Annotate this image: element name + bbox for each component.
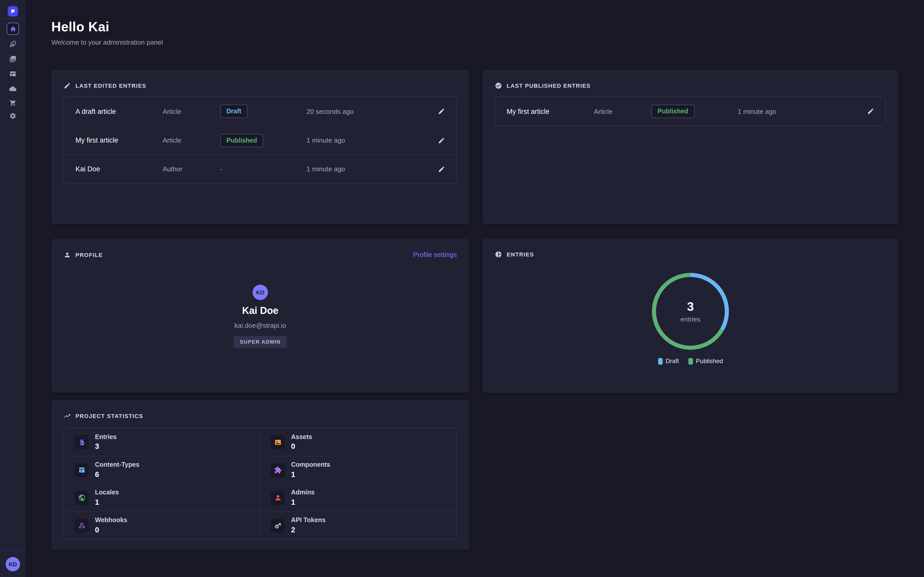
panel-last-published-header: LAST PUBLISHED ENTRIES	[483, 70, 898, 89]
role-badge: SUPER ADMIN	[234, 336, 287, 348]
sidebar: KD	[0, 0, 26, 577]
legend-swatch-draft	[658, 358, 662, 364]
panel-project-statistics: PROJECT STATISTICS Entries3 Assets0	[51, 400, 469, 550]
profile-body: KD Kai Doe kai.doe@strapi.io SUPER ADMIN	[51, 285, 469, 348]
chart-legend: Draft Published	[483, 358, 898, 365]
panel-title: LAST PUBLISHED ENTRIES	[507, 82, 591, 89]
legend-label: Published	[696, 358, 723, 365]
entry-time: 1 minute ago	[307, 137, 422, 144]
feather-icon	[9, 40, 16, 48]
images-icon	[9, 55, 16, 63]
status-badge: Published	[651, 105, 694, 118]
sidebar-item-content-type-builder[interactable]	[9, 70, 16, 77]
home-icon	[10, 26, 16, 32]
sidebar-user-avatar[interactable]: KD	[6, 557, 20, 571]
stats-table: Entries3 Assets0 Content-Types6	[64, 428, 457, 540]
check-circle-icon	[495, 82, 502, 89]
picture-icon	[271, 435, 285, 449]
stat-value: 1	[95, 498, 119, 506]
donut-sublabel: entries	[680, 316, 700, 323]
panel-stats-header: PROJECT STATISTICS	[51, 400, 469, 419]
panel-entries-header: ENTRIES	[483, 239, 898, 258]
stat-value: 3	[95, 442, 117, 451]
stat-label: Entries	[95, 434, 117, 441]
stat-value: 1	[291, 470, 330, 479]
edit-icon[interactable]	[438, 137, 445, 144]
sidebar-item-media-library[interactable]	[9, 55, 16, 63]
sidebar-item-content-manager[interactable]	[9, 40, 16, 48]
stat-webhooks: Webhooks0	[64, 511, 260, 539]
puzzle-icon	[271, 463, 285, 477]
status-badge: Published	[220, 134, 263, 147]
legend-item-published: Published	[688, 358, 723, 365]
last-published-table: My first article Article Published 1 min…	[495, 97, 886, 126]
edit-icon[interactable]	[867, 108, 874, 115]
pencil-icon	[64, 82, 71, 89]
documents-icon	[74, 435, 89, 449]
legend-label: Draft	[666, 358, 679, 365]
profile-name: Kai Doe	[51, 305, 469, 316]
stat-entries: Entries3	[64, 428, 260, 456]
entry-name: My first article	[507, 108, 594, 115]
layout-icon	[9, 70, 16, 77]
pie-chart-icon	[495, 251, 502, 258]
sidebar-item-settings[interactable]	[9, 112, 16, 119]
entry-kind: Article	[163, 137, 220, 144]
table-row[interactable]: Kai Doe Author - 1 minute ago	[64, 155, 456, 183]
panel-profile: PROFILE Profile settings KD Kai Doe kai.…	[51, 239, 469, 393]
edit-icon[interactable]	[438, 108, 445, 115]
entries-donut-wrap: 3 entries	[483, 273, 898, 350]
stat-value: 2	[291, 526, 325, 534]
sidebar-divider	[0, 18, 26, 19]
panel-entries: ENTRIES 3 entries Draft Published	[483, 239, 898, 393]
stat-locales: Locales1	[64, 484, 260, 511]
stat-components: Components1	[260, 456, 456, 484]
stat-value: 1	[291, 498, 315, 506]
stat-label: Locales	[95, 489, 119, 496]
avatar: KD	[252, 285, 268, 300]
user-icon	[271, 491, 285, 505]
panel-last-edited-entries: LAST EDITED ENTRIES A draft article Arti…	[51, 70, 469, 224]
entry-time: 1 minute ago	[307, 165, 422, 173]
strapi-dashboard: KD Hello Kai Welcome to your administrat…	[0, 0, 924, 577]
entry-time: 1 minute ago	[738, 108, 851, 115]
strapi-logo[interactable]	[8, 6, 18, 16]
stat-label: Components	[291, 462, 330, 469]
last-edited-table: A draft article Article Draft 20 seconds…	[64, 97, 457, 184]
table-row[interactable]: A draft article Article Draft 20 seconds…	[64, 97, 456, 126]
stat-label: Assets	[291, 434, 312, 441]
strapi-logo-icon	[10, 8, 16, 15]
legend-item-draft: Draft	[658, 358, 679, 365]
donut-center: 3 entries	[652, 273, 729, 350]
key-icon	[271, 518, 285, 533]
status-badge: Draft	[220, 105, 247, 118]
donut-total: 3	[687, 300, 694, 314]
sidebar-item-marketplace[interactable]	[9, 100, 16, 107]
table-row[interactable]: My first article Article Published 1 min…	[495, 97, 885, 126]
trending-up-icon	[64, 413, 71, 419]
cart-icon	[9, 100, 16, 107]
globe-icon	[74, 491, 89, 505]
stat-label: Content-Types	[95, 462, 139, 469]
stat-value: 0	[95, 526, 127, 534]
profile-settings-link[interactable]: Profile settings	[413, 251, 457, 258]
table-row[interactable]: My first article Article Published 1 min…	[64, 126, 456, 155]
main-content: Hello Kai Welcome to your administration…	[26, 0, 924, 577]
stat-label: Admins	[291, 489, 315, 496]
entry-time: 20 seconds ago	[307, 108, 422, 115]
sidebar-item-home[interactable]	[6, 23, 19, 35]
sidebar-item-deploy[interactable]	[9, 85, 16, 92]
panel-last-edited-header: LAST EDITED ENTRIES	[51, 70, 469, 89]
entry-name: My first article	[76, 137, 163, 144]
entry-kind: Article	[594, 108, 651, 115]
legend-swatch-published	[688, 358, 693, 364]
stat-value: 0	[291, 442, 312, 451]
layout-icon	[74, 463, 89, 477]
entry-name: Kai Doe	[76, 165, 163, 173]
panel-last-published-entries: LAST PUBLISHED ENTRIES My first article …	[483, 70, 898, 224]
edit-icon[interactable]	[438, 165, 445, 172]
profile-email: kai.doe@strapi.io	[51, 322, 469, 329]
entry-kind: Article	[163, 108, 220, 115]
panel-title: PROJECT STATISTICS	[76, 413, 143, 419]
entry-kind: Author	[163, 165, 220, 173]
